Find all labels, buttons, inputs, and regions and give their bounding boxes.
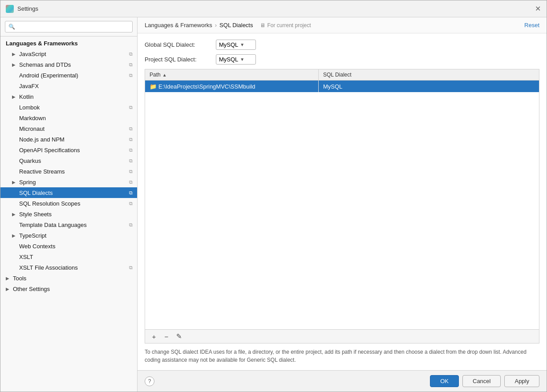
sidebar-item-openapi[interactable]: ▶ OpenAPI Specifications ⧉ bbox=[0, 145, 137, 155]
copy-icon: ⧉ bbox=[129, 158, 133, 164]
chevron-right-icon: ▶ bbox=[12, 94, 17, 99]
col-path-label: Path bbox=[150, 72, 161, 78]
table-cell-dialect: MySQL bbox=[319, 81, 539, 92]
search-box: 🔍 bbox=[0, 17, 137, 36]
sidebar-item-reactive-streams[interactable]: ▶ Reactive Streams ⧉ bbox=[0, 166, 137, 177]
sidebar-item-label: Markdown bbox=[19, 115, 46, 121]
breadcrumb-separator: › bbox=[215, 22, 217, 28]
sidebar-item-label: XSLT bbox=[19, 254, 33, 260]
sidebar-item-markdown[interactable]: ▶ Markdown bbox=[0, 113, 137, 123]
sidebar-item-nodejs-npm[interactable]: ▶ Node.js and NPM ⧉ bbox=[0, 134, 137, 145]
copy-icon: ⧉ bbox=[129, 179, 133, 185]
sidebar-item-spring[interactable]: ▶ Spring ⧉ bbox=[0, 177, 137, 187]
minus-icon: − bbox=[165, 333, 169, 340]
path-value: E:\IdeaProjects\SpringMVC\SSMbuild bbox=[158, 83, 255, 90]
sidebar-item-label: Schemas and DTDs bbox=[19, 61, 71, 68]
global-dialect-value: MySQL bbox=[219, 41, 238, 48]
cancel-button[interactable]: Cancel bbox=[462, 375, 501, 387]
bottom-bar: ? OK Cancel Apply bbox=[138, 370, 547, 392]
edit-icon: ✎ bbox=[176, 332, 182, 340]
project-dialect-row: Project SQL Dialect: MySQL ▼ bbox=[145, 54, 539, 65]
help-button[interactable]: ? bbox=[145, 376, 154, 386]
search-icon: 🔍 bbox=[8, 24, 15, 30]
settings-content: Global SQL Dialect: MySQL ▼ Project SQL … bbox=[138, 33, 547, 370]
copy-icon: ⧉ bbox=[129, 62, 133, 68]
global-dialect-row: Global SQL Dialect: MySQL ▼ bbox=[145, 40, 539, 50]
sidebar-item-label: XSLT File Associations bbox=[19, 264, 78, 271]
copy-icon: ⧉ bbox=[129, 222, 133, 228]
table-row[interactable]: 📁 E:\IdeaProjects\SpringMVC\SSMbuild MyS… bbox=[145, 81, 539, 92]
sidebar-item-template-data[interactable]: ▶ Template Data Languages ⧉ bbox=[0, 219, 137, 230]
project-dialect-value: MySQL bbox=[219, 56, 238, 63]
title-bar: Settings ✕ bbox=[0, 0, 547, 17]
chevron-right-icon: ▶ bbox=[12, 180, 17, 185]
sidebar-item-lombok[interactable]: ▶ Lombok ⧉ bbox=[0, 102, 137, 113]
content-area: 🔍 Languages & Frameworks ▶ JavaScript ⧉ … bbox=[0, 17, 547, 392]
folder-icon: 📁 bbox=[150, 83, 157, 90]
apply-button[interactable]: Apply bbox=[504, 375, 539, 387]
sidebar-item-label: Tools bbox=[13, 275, 26, 282]
table-body: 📁 E:\IdeaProjects\SpringMVC\SSMbuild MyS… bbox=[145, 81, 539, 329]
sidebar: 🔍 Languages & Frameworks ▶ JavaScript ⧉ … bbox=[0, 17, 138, 392]
copy-icon: ⧉ bbox=[129, 190, 133, 196]
sidebar-item-other-settings[interactable]: ▶ Other Settings bbox=[0, 283, 137, 294]
global-dialect-select[interactable]: MySQL ▼ bbox=[216, 40, 256, 50]
project-icon: 🖥 bbox=[260, 22, 265, 28]
sidebar-item-sql-resolution[interactable]: ▶ SQL Resolution Scopes ⧉ bbox=[0, 198, 137, 209]
sidebar-item-micronaut[interactable]: ▶ Micronaut ⧉ bbox=[0, 123, 137, 134]
copy-icon: ⧉ bbox=[129, 51, 133, 57]
ok-button[interactable]: OK bbox=[430, 375, 459, 387]
copy-icon: ⧉ bbox=[129, 201, 133, 206]
project-dialect-label: Project SQL Dialect: bbox=[145, 56, 211, 63]
copy-icon: ⧉ bbox=[129, 137, 133, 142]
sidebar-item-javafx[interactable]: ▶ JavaFX bbox=[0, 81, 137, 91]
copy-icon: ⧉ bbox=[129, 169, 133, 174]
sidebar-item-style-sheets[interactable]: ▶ Style Sheets bbox=[0, 209, 137, 219]
dropdown-arrow-icon: ▼ bbox=[240, 42, 244, 47]
sidebar-item-typescript[interactable]: ▶ TypeScript bbox=[0, 230, 137, 241]
reset-link[interactable]: Reset bbox=[524, 22, 539, 28]
info-text: To change SQL dialect IDEA uses for a fi… bbox=[145, 344, 539, 364]
sidebar-item-xslt-file-assoc[interactable]: ▶ XSLT File Associations ⧉ bbox=[0, 262, 137, 273]
copy-icon: ⧉ bbox=[129, 147, 133, 153]
remove-button[interactable]: − bbox=[161, 331, 172, 341]
chevron-right-icon: ▶ bbox=[6, 287, 11, 291]
search-input[interactable] bbox=[5, 21, 133, 32]
main-panel: Languages & Frameworks › SQL Dialects 🖥 … bbox=[138, 17, 547, 392]
col-dialect-label: SQL Dialect bbox=[323, 72, 352, 78]
col-dialect-header: SQL Dialect bbox=[319, 69, 539, 80]
sidebar-item-schemas-dtds[interactable]: ▶ Schemas and DTDs ⧉ bbox=[0, 59, 137, 70]
project-dialect-select[interactable]: MySQL ▼ bbox=[216, 54, 256, 65]
sidebar-item-kotlin[interactable]: ▶ Kotlin bbox=[0, 91, 137, 102]
sidebar-item-label: Reactive Streams bbox=[19, 168, 65, 175]
sidebar-item-label: JavaScript bbox=[19, 51, 46, 57]
sidebar-item-android[interactable]: ▶ Android (Experimental) ⧉ bbox=[0, 70, 137, 81]
app-icon bbox=[6, 5, 14, 13]
sidebar-item-tools[interactable]: ▶ Tools bbox=[0, 273, 137, 283]
copy-icon: ⧉ bbox=[129, 265, 133, 271]
settings-window: Settings ✕ 🔍 Languages & Frameworks ▶ Ja… bbox=[0, 0, 547, 392]
sidebar-item-javascript[interactable]: ▶ JavaScript ⧉ bbox=[0, 48, 137, 59]
sidebar-item-label: TypeScript bbox=[19, 232, 46, 239]
chevron-right-icon: ▶ bbox=[12, 233, 17, 238]
col-path-header: Path ▲ bbox=[145, 69, 319, 80]
sidebar-item-quarkus[interactable]: ▶ Quarkus ⧉ bbox=[0, 155, 137, 166]
sidebar-item-label: Kotlin bbox=[19, 93, 34, 100]
dropdown-arrow-icon: ▼ bbox=[240, 57, 244, 62]
close-button[interactable]: ✕ bbox=[534, 5, 541, 12]
dialect-value: MySQL bbox=[323, 83, 342, 90]
sidebar-item-label: SQL Resolution Scopes bbox=[19, 200, 81, 207]
edit-button[interactable]: ✎ bbox=[174, 331, 184, 341]
sidebar-item-label: Node.js and NPM bbox=[19, 136, 65, 143]
sidebar-item-label: OpenAPI Specifications bbox=[19, 147, 80, 154]
sidebar-item-web-contexts[interactable]: ▶ Web Contexts bbox=[0, 241, 137, 251]
copy-icon: ⧉ bbox=[129, 105, 133, 110]
breadcrumb-current: SQL Dialects bbox=[219, 22, 253, 28]
sidebar-item-label: Template Data Languages bbox=[19, 222, 87, 228]
sidebar-item-sql-dialects[interactable]: ▶ SQL Dialects ⧉ bbox=[0, 187, 137, 198]
sidebar-item-xslt[interactable]: ▶ XSLT bbox=[0, 251, 137, 262]
chevron-right-icon: ▶ bbox=[12, 62, 17, 67]
sidebar-item-label: Other Settings bbox=[13, 286, 50, 292]
sidebar-section-languages: Languages & Frameworks bbox=[0, 36, 137, 48]
add-button[interactable]: + bbox=[149, 331, 159, 341]
